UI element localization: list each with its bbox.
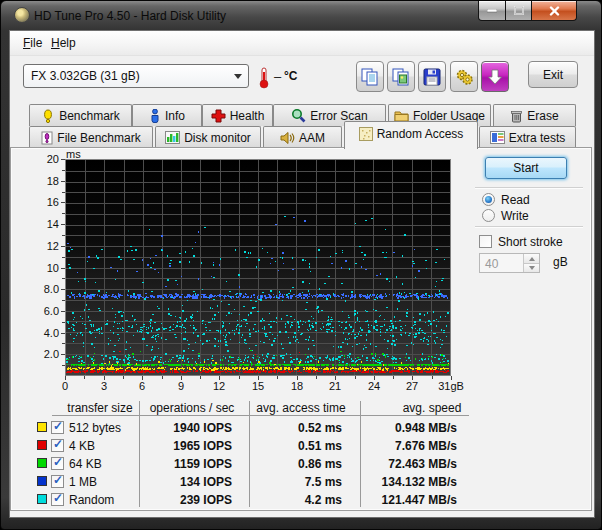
tab-benchmark[interactable]: Benchmark (29, 104, 132, 126)
speed-value: 7.676 MB/s (347, 439, 457, 453)
benchmark-icon (41, 109, 55, 123)
tab-label: Health (230, 109, 265, 123)
error-scan-icon (291, 108, 306, 123)
app-icon (14, 7, 30, 23)
access-time-value: 0.52 ms (232, 421, 342, 435)
disk-monitor-icon (165, 131, 180, 144)
y-tick-label: 8.0 (29, 283, 59, 295)
results-header: avg. access time (231, 401, 371, 415)
short-stroke-checkbox[interactable] (479, 235, 492, 248)
tab-health[interactable]: Health (202, 104, 273, 126)
x-tick-label: 0 (47, 380, 83, 392)
stroke-size-value: 40 (485, 257, 498, 271)
minimize-button[interactable] (478, 1, 506, 21)
tab-erase[interactable]: Erase (493, 104, 576, 126)
speed-value: 121.447 MB/s (347, 493, 457, 507)
series-label: 512 bytes (69, 421, 121, 435)
short-stroke-label: Short stroke (498, 235, 563, 249)
tab-aam[interactable]: AAM (263, 126, 342, 148)
start-button[interactable]: Start (485, 157, 567, 179)
client-area: File Help FX 3.032GB (31 gB) – °C Exit B… (10, 31, 594, 517)
ops-value: 1965 IOPS (122, 439, 232, 453)
read-label: Read (501, 193, 530, 207)
series-swatch (37, 458, 47, 468)
access-time-value: 4.2 ms (232, 493, 342, 507)
copy-button[interactable] (356, 61, 384, 92)
series-label: 1 MB (69, 475, 97, 489)
caption-buttons (479, 1, 577, 21)
copy-image-button[interactable] (387, 61, 415, 92)
options-gears-button[interactable] (450, 61, 478, 92)
exit-button[interactable]: Exit (528, 61, 578, 88)
access-time-value: 0.51 ms (232, 439, 342, 453)
read-radio[interactable] (482, 193, 495, 206)
series-swatch (37, 494, 47, 504)
tab-disk-monitor[interactable]: Disk monitor (155, 126, 261, 148)
series-swatch (37, 422, 47, 432)
menu-file[interactable]: File (23, 36, 42, 50)
tab-label: Disk monitor (184, 131, 251, 145)
spinner-down-button[interactable] (523, 263, 539, 272)
series-checkbox[interactable]: ✓ (51, 421, 64, 434)
stroke-size-spinner[interactable]: 40 (479, 253, 540, 273)
drive-select[interactable]: FX 3.032GB (31 gB) (23, 64, 249, 88)
tab-extra-tests[interactable]: Extra tests (479, 126, 576, 148)
window-title: HD Tune Pro 4.50 - Hard Disk Utility (34, 9, 226, 23)
access-time-value: 0.86 ms (232, 457, 342, 471)
speed-value: 72.463 MB/s (347, 457, 457, 471)
tab-label: AAM (299, 131, 325, 145)
y-tick-label: 20 (29, 153, 59, 165)
separator (475, 226, 583, 228)
maximize-button[interactable] (505, 1, 532, 21)
random-access-icon (359, 127, 373, 141)
series-label: 64 KB (69, 457, 102, 471)
scatter-plot (65, 159, 451, 376)
tab-file-benchmark[interactable]: File Benchmark (29, 126, 153, 148)
series-swatch (37, 476, 47, 486)
tab-label: Info (165, 109, 185, 123)
series-checkbox[interactable]: ✓ (51, 493, 64, 506)
extra-tests-icon (490, 131, 505, 144)
download-button[interactable] (481, 61, 509, 92)
temperature-unit: °C (284, 69, 297, 83)
save-button[interactable] (418, 61, 446, 92)
x-tick-label: 24 (356, 380, 392, 392)
x-tick-label: 18 (279, 380, 315, 392)
x-tick-label: 6 (124, 380, 160, 392)
temperature-value: – (274, 69, 281, 84)
ops-value: 1940 IOPS (122, 421, 232, 435)
menu-bar: File Help (10, 31, 594, 56)
x-tick-label: 3 (86, 380, 122, 392)
app-window: HD Tune Pro 4.50 - Hard Disk Utility Fil… (0, 0, 602, 530)
tab-random-access[interactable]: Random Access (344, 121, 478, 149)
y-tick-label: 6.0 (29, 305, 59, 317)
speed-value: 134.132 MB/s (347, 475, 457, 489)
write-radio[interactable] (482, 209, 495, 222)
drive-select-value: FX 3.032GB (31 gB) (31, 69, 140, 83)
tab-label: Extra tests (509, 131, 566, 145)
ops-value: 239 IOPS (122, 493, 232, 507)
access-time-value: 7.5 ms (232, 475, 342, 489)
x-tick-label: 21 (317, 380, 353, 392)
tab-label: File Benchmark (57, 131, 140, 145)
results-header: avg. speed (362, 401, 502, 415)
menu-help[interactable]: Help (51, 36, 76, 50)
file-benchmark-icon (41, 131, 53, 145)
x-tick-label: 15 (240, 380, 276, 392)
y-tick-label: 10 (29, 262, 59, 274)
series-label: Random (69, 493, 114, 507)
y-tick-label: 12 (29, 240, 59, 252)
ops-value: 1159 IOPS (122, 457, 232, 471)
stroke-unit-label: gB (553, 255, 568, 269)
spinner-up-button[interactable] (523, 254, 539, 263)
close-button[interactable] (531, 1, 577, 21)
x-tick-label: 12 (201, 380, 237, 392)
series-checkbox[interactable]: ✓ (51, 457, 64, 470)
speed-value: 0.948 MB/s (347, 421, 457, 435)
series-checkbox[interactable]: ✓ (51, 439, 64, 452)
x-tick-label: 9 (163, 380, 199, 392)
separator (475, 187, 583, 189)
tab-info[interactable]: Info (132, 104, 202, 126)
series-checkbox[interactable]: ✓ (51, 475, 64, 488)
aam-icon (280, 131, 295, 145)
